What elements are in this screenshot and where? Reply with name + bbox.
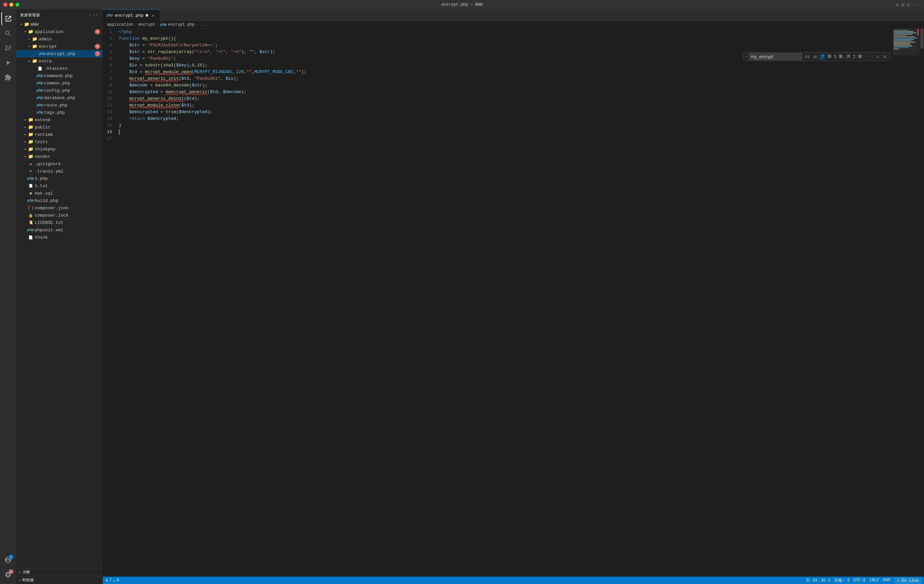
tree-item-tags-php[interactable]: ▸ php tags.php bbox=[16, 109, 103, 116]
tree-item-travis[interactable]: ▸ ⚙ .travis.yml bbox=[16, 168, 103, 175]
num-6b: 16 bbox=[197, 62, 202, 69]
tree-item-composerjson[interactable]: ▸ { } composer.json bbox=[16, 204, 103, 211]
status-language[interactable]: PHP bbox=[883, 578, 891, 583]
folder-red2-icon: 📁 bbox=[32, 44, 37, 49]
punct-4h: ); bbox=[270, 49, 276, 55]
layout-icon[interactable]: ⊟ bbox=[896, 2, 898, 8]
tree-item-admin[interactable]: ▸ 📁 admin bbox=[16, 35, 103, 43]
find-more-options[interactable]: ≡ bbox=[875, 54, 880, 60]
code-area[interactable]: <?php function my_encrypt(){ $str = 'P3L… bbox=[116, 29, 893, 577]
find-input[interactable] bbox=[749, 53, 802, 60]
activity-settings[interactable]: 1 bbox=[1, 568, 15, 581]
code-line-12: mcrypt_module_close($td); bbox=[119, 102, 893, 109]
editor-scrollbar[interactable] bbox=[919, 29, 924, 577]
tree-item-public[interactable]: ▸ 📁 public bbox=[16, 124, 103, 131]
tree-item-route-php[interactable]: ▸ php route.php bbox=[16, 101, 103, 109]
activity-account[interactable]: 1 bbox=[1, 553, 15, 567]
tree-item-think[interactable]: ▸ 📄 think bbox=[16, 234, 103, 241]
timeline-header[interactable]: ▸ 时间线 bbox=[16, 576, 103, 584]
tab-label: encrypt.php bbox=[115, 13, 144, 18]
tab-close-button[interactable]: ✕ bbox=[150, 13, 155, 18]
punct-4d: , bbox=[210, 49, 215, 55]
status-go-live[interactable]: ⚡ Go Live bbox=[894, 577, 921, 584]
tree-item-common-php[interactable]: ▸ php common.php bbox=[16, 79, 103, 87]
status-errors[interactable]: ⊗ 7 ⚠ 0 bbox=[106, 578, 119, 583]
tree-item-encrypt-php[interactable]: ▸ php encrypt.php 7 bbox=[16, 50, 103, 58]
tree-label-www: WWW bbox=[31, 22, 38, 27]
status-encoding[interactable]: UTF-8 bbox=[853, 578, 866, 583]
tree-item-phpunitxml[interactable]: ▸ php phpunit.xml bbox=[16, 226, 103, 234]
error-count: 7 bbox=[109, 578, 112, 583]
var-denc4: $dencrypted bbox=[148, 115, 176, 122]
tab-encrypt-php[interactable]: php encrypt.php ✕ bbox=[103, 9, 160, 21]
fn-array: array bbox=[178, 49, 191, 55]
error-badge: ● bbox=[95, 29, 100, 35]
minimize-button[interactable] bbox=[9, 3, 13, 7]
find-case-sensitive[interactable]: Aa bbox=[804, 54, 811, 60]
breadcrumb-item-file[interactable]: encrypt.php bbox=[168, 22, 195, 27]
tree-item-runtime[interactable]: ▸ 📁 runtime bbox=[16, 131, 103, 138]
tree-item-database-php[interactable]: ▸ php database.php bbox=[16, 94, 103, 101]
tree-item-command-php[interactable]: ▸ php command.php bbox=[16, 72, 103, 79]
tree-item-1txt[interactable]: ▸ 📄 1.txt bbox=[16, 182, 103, 190]
str-7a: "" bbox=[246, 69, 252, 76]
tree-item-buildphp[interactable]: ▸ php build.php bbox=[16, 197, 103, 204]
status-position[interactable]: 行 16，列 1 bbox=[806, 577, 830, 583]
close-button[interactable] bbox=[3, 3, 7, 7]
tree-item-www[interactable]: ▾ 📁 WWW bbox=[16, 21, 103, 28]
tree-item-baksql[interactable]: ▸ ▣ bak.sql bbox=[16, 190, 103, 197]
tree-item-thinkphp[interactable]: ▸ 📁 thinkphp bbox=[16, 145, 103, 153]
find-prev-button[interactable]: ↑ bbox=[865, 54, 869, 60]
folder-icon: 📁 bbox=[28, 154, 33, 159]
activity-source-control[interactable] bbox=[1, 41, 15, 55]
tree-item-htaccess[interactable]: ▸ 📄 .htaccess bbox=[16, 65, 103, 72]
more-options-icon[interactable]: ··· bbox=[88, 12, 99, 18]
chevron-right-icon: ▸ bbox=[27, 58, 32, 64]
find-close-button[interactable]: ✕ bbox=[882, 53, 888, 60]
punct-6b: ( bbox=[160, 62, 163, 69]
maximize-button[interactable] bbox=[15, 3, 19, 7]
tree-item-licensetxt[interactable]: ▸ 📜 LICENSE.txt bbox=[16, 219, 103, 226]
breadcrumb-item-app[interactable]: application bbox=[107, 22, 133, 27]
activity-search[interactable] bbox=[1, 27, 15, 40]
panel-icon[interactable]: ⊡ bbox=[907, 2, 909, 8]
indent-9 bbox=[119, 82, 129, 89]
line-num-2: 2 bbox=[106, 35, 112, 42]
str-4a: "/r/n" bbox=[194, 49, 210, 55]
indent-8 bbox=[119, 76, 129, 82]
punct-6c: ( bbox=[173, 62, 176, 69]
tree-item-gitignore[interactable]: ▸ ◉ .gitignore bbox=[16, 160, 103, 168]
tree-label-1php: 1.php bbox=[35, 176, 48, 181]
chevron-right-icon: ▸ bbox=[23, 132, 28, 137]
status-spaces[interactable]: 空格: 4 bbox=[834, 577, 850, 583]
tree-item-application[interactable]: ▾ 📁 application ● bbox=[16, 28, 103, 35]
find-chevron-icon[interactable]: › bbox=[745, 54, 747, 59]
find-next-button[interactable]: ↓ bbox=[870, 54, 874, 60]
tree-label-extend: extend bbox=[35, 117, 50, 122]
more-icon[interactable]: ··· bbox=[912, 2, 921, 7]
find-whole-word[interactable]: ab bbox=[812, 54, 818, 60]
breadcrumb-item-encrypt[interactable]: encrypt bbox=[138, 22, 155, 27]
tree-item-composerlock[interactable]: ▸ 🔒 composer.lock bbox=[16, 211, 103, 219]
tree-item-encrypt-folder[interactable]: ▾ 📁 encrypt ● bbox=[16, 43, 103, 50]
breadcrumb-item-more[interactable]: ... bbox=[200, 22, 207, 27]
indent-6 bbox=[119, 62, 129, 69]
outline-header[interactable]: ▸ 大纲 bbox=[16, 568, 103, 576]
activity-run[interactable] bbox=[1, 56, 15, 69]
php-file-icon: php bbox=[37, 102, 43, 108]
tree-item-config-php[interactable]: ▸ php config.php bbox=[16, 87, 103, 94]
status-line-ending[interactable]: CRLF bbox=[870, 578, 879, 583]
line-num-10: 10 bbox=[106, 89, 112, 96]
scrollbar-thumb[interactable] bbox=[920, 29, 923, 49]
activity-extensions[interactable] bbox=[1, 71, 15, 84]
str-4d: "" bbox=[249, 49, 254, 55]
tree-item-extend[interactable]: ▸ 📁 extend bbox=[16, 116, 103, 124]
activity-explorer[interactable] bbox=[1, 12, 15, 25]
tree-item-vendor[interactable]: ▸ 📁 vendor bbox=[16, 153, 103, 160]
tree-item-1php[interactable]: ▸ php 1.php bbox=[16, 175, 103, 182]
split-icon[interactable]: ⊞ bbox=[901, 2, 904, 8]
tree-item-tests[interactable]: ▸ 📁 tests bbox=[16, 138, 103, 145]
punct-9a: = bbox=[148, 82, 155, 89]
find-regex[interactable]: .* bbox=[820, 54, 825, 60]
tree-item-extra[interactable]: ▸ 📁 extra bbox=[16, 58, 103, 65]
